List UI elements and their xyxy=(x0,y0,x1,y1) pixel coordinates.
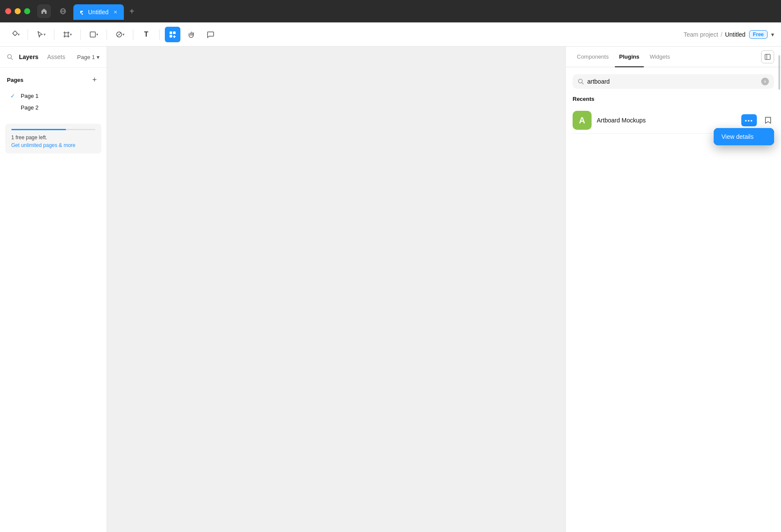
plugin-dropdown-menu: View details xyxy=(714,128,774,145)
maximize-window-button[interactable] xyxy=(24,8,30,14)
plugin-search-area: × xyxy=(566,67,781,96)
bookmark-icon xyxy=(765,116,772,124)
svg-rect-9 xyxy=(90,32,95,37)
page-label: Page 1 ▾ xyxy=(77,54,100,60)
add-page-button[interactable]: + xyxy=(89,75,100,85)
plugin-scroll-thumb[interactable] xyxy=(778,55,780,90)
text-tool-button[interactable]: T xyxy=(139,27,154,42)
shape-tool-button[interactable]: ▾ xyxy=(86,27,101,42)
search-clear-button[interactable]: × xyxy=(761,78,769,85)
plugin-content: Recents A Artboard Mockups ••• View deta… xyxy=(566,96,781,532)
plugin-item-artboard-mockups: A Artboard Mockups ••• View details xyxy=(573,107,774,133)
pen-icon xyxy=(116,31,123,38)
separator-3 xyxy=(80,29,81,40)
plugin-search-input[interactable] xyxy=(587,78,758,85)
pages-progress-bar xyxy=(11,129,95,130)
hand-tool-button[interactable] xyxy=(184,27,199,42)
separator-5 xyxy=(133,29,133,40)
project-name: Team project xyxy=(683,31,718,38)
svg-rect-13 xyxy=(170,35,172,38)
minimize-window-button[interactable] xyxy=(15,8,21,14)
plugin-logo: A xyxy=(573,111,592,130)
detach-panel-button[interactable] xyxy=(761,50,774,63)
pages-progress-fill xyxy=(11,129,66,130)
frame-icon xyxy=(63,31,70,38)
page-active-check-icon: ✓ xyxy=(10,93,17,99)
toolbar-right: Team project / Untitled Free ▾ xyxy=(683,30,774,39)
tab-bar: Untitled ✕ + xyxy=(73,3,138,19)
separator-1 xyxy=(28,29,28,40)
page-1-item[interactable]: ✓ Page 1 xyxy=(7,90,100,102)
main-layout: Layers Assets Page 1 ▾ Pages + ✓ Page 1 … xyxy=(0,47,781,532)
plugins-tab[interactable]: Plugins xyxy=(615,47,644,67)
plugin-search-box: × xyxy=(573,74,774,89)
page-chevron-icon: ▾ xyxy=(97,54,100,60)
component-tool-group: ▾ xyxy=(7,27,22,42)
project-path: Team project / Untitled xyxy=(683,31,746,38)
plugin-bookmark-button[interactable] xyxy=(762,114,774,126)
view-details-item[interactable]: View details xyxy=(714,128,774,145)
sidebar-header: Layers Assets Page 1 ▾ xyxy=(0,47,107,68)
upgrade-text: 1 free page left. xyxy=(11,135,95,141)
shape-tool-group: ▾ xyxy=(86,27,101,42)
pages-title: Pages xyxy=(7,77,23,83)
separator-6 xyxy=(159,29,160,40)
frame-tool-button[interactable]: ▾ xyxy=(60,27,75,42)
pages-section: Pages + ✓ Page 1 ✓ Page 2 xyxy=(0,68,107,120)
components-tab[interactable]: Components xyxy=(573,47,613,67)
svg-rect-11 xyxy=(170,31,172,34)
pen-tool-group: ▾ xyxy=(112,27,128,42)
title-bar: Untitled ✕ + xyxy=(0,0,781,22)
free-badge: Free xyxy=(749,30,768,39)
toolbar: ▾ ▾ ▾ ▾ xyxy=(0,22,781,47)
new-tab-button[interactable]: + xyxy=(126,5,138,17)
close-window-button[interactable] xyxy=(5,8,11,14)
separator-2 xyxy=(54,29,54,40)
svg-rect-16 xyxy=(765,54,770,59)
path-separator: / xyxy=(721,31,722,38)
layers-tab[interactable]: Layers xyxy=(16,52,41,62)
svg-rect-4 xyxy=(13,31,17,35)
svg-point-10 xyxy=(118,34,120,35)
move-tool-button[interactable]: ▾ xyxy=(33,27,49,42)
page-2-label: Page 2 xyxy=(21,104,96,111)
recents-title: Recents xyxy=(573,96,774,102)
tab-title: Untitled xyxy=(88,9,108,16)
frame-tool-group: ▾ xyxy=(60,27,75,42)
assets-tab[interactable]: Assets xyxy=(44,52,68,62)
move-tool-group: ▾ xyxy=(33,27,49,42)
plugin-tool-button[interactable] xyxy=(165,27,180,42)
plugin-panel: Components Plugins Widgets × xyxy=(565,47,781,532)
home-button[interactable] xyxy=(37,4,51,18)
pen-tool-button[interactable]: ▾ xyxy=(112,27,128,42)
upgrade-box: 1 free page left. Get unlimited pages & … xyxy=(5,124,101,153)
search-icon xyxy=(7,54,13,60)
tab-untitled[interactable]: Untitled ✕ xyxy=(73,4,124,20)
hand-icon xyxy=(188,31,195,38)
canvas-area[interactable] xyxy=(107,47,565,532)
comment-icon xyxy=(207,31,214,38)
component-tool-button[interactable]: ▾ xyxy=(7,27,22,42)
widgets-tab[interactable]: Widgets xyxy=(646,47,674,67)
svg-line-18 xyxy=(582,83,584,84)
page-1-label: Page 1 xyxy=(21,93,96,99)
upgrade-link[interactable]: Get unlimited pages & more xyxy=(11,142,95,148)
globe-tab[interactable] xyxy=(56,4,70,18)
left-sidebar: Layers Assets Page 1 ▾ Pages + ✓ Page 1 … xyxy=(0,47,107,532)
detach-icon xyxy=(765,54,771,60)
plugin-more-button[interactable]: ••• xyxy=(741,114,757,126)
home-icon xyxy=(41,8,47,15)
comment-tool-button[interactable] xyxy=(203,27,218,42)
plugin-icon xyxy=(169,31,176,38)
toolbar-chevron-icon[interactable]: ▾ xyxy=(771,31,774,38)
plugin-search-icon xyxy=(578,78,584,84)
pages-header: Pages + xyxy=(7,75,100,85)
separator-4 xyxy=(107,29,107,40)
move-icon xyxy=(37,31,44,38)
page-2-item[interactable]: ✓ Page 2 xyxy=(7,102,100,113)
tab-close-button[interactable]: ✕ xyxy=(112,9,119,16)
plugin-scroll-track[interactable] xyxy=(778,47,781,532)
file-name: Untitled xyxy=(725,31,745,38)
svg-rect-12 xyxy=(173,31,176,34)
traffic-lights xyxy=(5,8,30,14)
